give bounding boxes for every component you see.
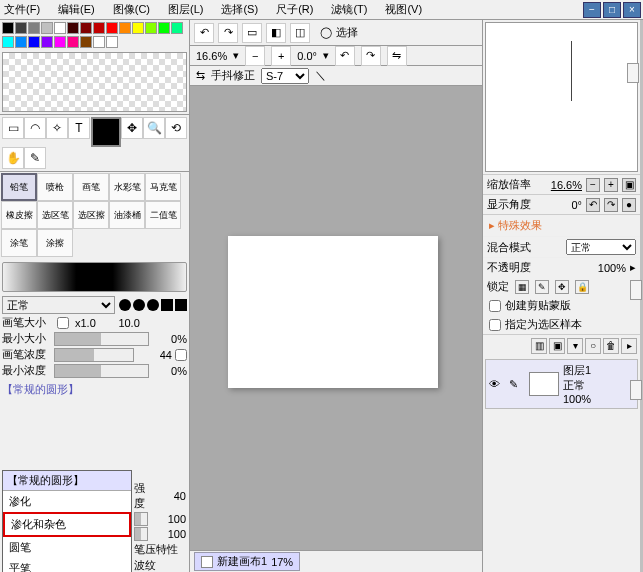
canvas-area[interactable] — [190, 86, 482, 566]
merge-icon[interactable]: ▾ — [567, 338, 583, 354]
lock-move-icon[interactable]: ✥ — [555, 280, 569, 294]
new-layer-icon[interactable]: ▥ — [531, 338, 547, 354]
swatch[interactable] — [2, 22, 14, 34]
lock-all-icon[interactable]: 🔒 — [575, 280, 589, 294]
tool-text[interactable]: T — [68, 117, 90, 139]
swatch[interactable] — [93, 22, 105, 34]
menu-image[interactable]: 图像(C) — [113, 2, 150, 17]
brush-size-value[interactable]: 10.0 — [104, 317, 140, 329]
nav-rot-reset[interactable]: ● — [622, 198, 636, 212]
swatch[interactable] — [41, 36, 53, 48]
swatch[interactable] — [54, 22, 66, 34]
swatch[interactable] — [41, 22, 53, 34]
pen-icon[interactable]: ✎ — [509, 378, 525, 390]
brush-shape-blur-noise[interactable]: 渗化和杂色 — [3, 512, 131, 537]
stabilizer-select[interactable]: S-7 — [261, 68, 309, 84]
redo-icon[interactable]: ↷ — [218, 23, 238, 43]
nav-zoom-in[interactable]: + — [604, 178, 618, 192]
swatch[interactable] — [119, 22, 131, 34]
min-size-slider[interactable] — [54, 332, 149, 346]
brush-10[interactable]: 涂笔 — [1, 229, 37, 257]
brush-3[interactable]: 水彩笔 — [109, 173, 145, 201]
fx-section[interactable]: 特殊效果 — [483, 214, 640, 236]
menu-layer[interactable]: 图层(L) — [168, 2, 203, 17]
maximize-button[interactable]: □ — [603, 2, 621, 18]
swatch[interactable] — [145, 22, 157, 34]
swatch[interactable] — [93, 36, 105, 48]
extra-slider-1[interactable] — [134, 512, 148, 526]
tool-wand[interactable]: ✧ — [46, 117, 68, 139]
brush-shape-dot1[interactable] — [119, 299, 131, 311]
tool-rotate[interactable]: ⟲ — [165, 117, 187, 139]
desel-icon[interactable]: ▭ — [242, 23, 262, 43]
swatch[interactable] — [106, 36, 118, 48]
layer-row[interactable]: 👁 ✎ 图层1 正常 100% — [485, 359, 638, 409]
brush-11[interactable]: 涂擦 — [37, 229, 73, 257]
zoom-value[interactable]: 16.6% — [196, 50, 227, 62]
showsel-icon[interactable]: ◫ — [290, 23, 310, 43]
rotate-ccw-icon[interactable]: ↶ — [335, 46, 355, 66]
brush-shape-round[interactable]: 圆笔 — [3, 537, 131, 558]
menu-filter[interactable]: 滤镜(T) — [331, 2, 367, 17]
tool-zoom[interactable]: 🔍 — [143, 117, 165, 139]
brush-5[interactable]: 橡皮擦 — [1, 201, 37, 229]
invert-icon[interactable]: ◧ — [266, 23, 286, 43]
line-tool-icon[interactable]: ＼ — [315, 68, 326, 83]
clear-icon[interactable]: ○ — [585, 338, 601, 354]
zoom-out-icon[interactable]: − — [245, 46, 265, 66]
brush-shape-blur[interactable]: 渗化 — [3, 491, 131, 512]
extra-slider-2[interactable] — [134, 527, 148, 541]
swatch[interactable] — [2, 36, 14, 48]
foreground-color[interactable] — [91, 117, 121, 147]
min-density-slider[interactable] — [54, 364, 149, 378]
swatch[interactable] — [67, 22, 79, 34]
nav-rot-cw[interactable]: ↷ — [604, 198, 618, 212]
brush-shape-dropdown[interactable]: 【常规的圆形】 — [2, 382, 79, 397]
brush-shape-sq2[interactable] — [175, 299, 187, 311]
swatch[interactable] — [15, 36, 27, 48]
new-folder-icon[interactable]: ▣ — [549, 338, 565, 354]
brush-shape-flat[interactable]: 平笔 — [3, 558, 131, 572]
brush-9[interactable]: 二值笔 — [145, 201, 181, 229]
close-button[interactable]: × — [623, 2, 641, 18]
swatch[interactable] — [67, 36, 79, 48]
brush-2[interactable]: 画笔 — [73, 173, 109, 201]
menu-view[interactable]: 视图(V) — [385, 2, 422, 17]
swatch[interactable] — [106, 22, 118, 34]
flip-icon[interactable]: ⇋ — [387, 46, 407, 66]
swatch[interactable] — [54, 36, 66, 48]
scratchpad[interactable] — [2, 52, 187, 112]
lock-paint-icon[interactable]: ✎ — [535, 280, 549, 294]
layer-blend-select[interactable]: 正常 — [566, 239, 636, 255]
eye-icon[interactable]: 👁 — [489, 378, 505, 390]
lock-pixels-icon[interactable]: ▦ — [515, 280, 529, 294]
brush-shape-dot2[interactable] — [133, 299, 145, 311]
brush-shape-sq1[interactable] — [161, 299, 173, 311]
swatch[interactable] — [28, 22, 40, 34]
undo-icon[interactable]: ↶ — [194, 23, 214, 43]
panel-handle-2[interactable] — [630, 280, 642, 300]
swatch[interactable] — [15, 22, 27, 34]
swatch[interactable] — [80, 36, 92, 48]
nav-zoom-fit[interactable]: ▣ — [622, 178, 636, 192]
pressure-label[interactable]: 笔压特性 — [134, 542, 178, 557]
brush-4[interactable]: 马克笔 — [145, 173, 181, 201]
nav-zoom-out[interactable]: − — [586, 178, 600, 192]
brush-7[interactable]: 选区擦 — [73, 201, 109, 229]
menu-edit[interactable]: 编辑(E) — [58, 2, 95, 17]
brush-0[interactable]: 铅笔 — [1, 173, 37, 201]
swatch[interactable] — [80, 22, 92, 34]
zoom-in-icon[interactable]: + — [271, 46, 291, 66]
rotate-cw-icon[interactable]: ↷ — [361, 46, 381, 66]
tool-lasso[interactable]: ◠ — [24, 117, 46, 139]
swatch[interactable] — [171, 22, 183, 34]
tool-hand[interactable]: ✋ — [2, 147, 24, 169]
delete-layer-icon[interactable]: 🗑 — [603, 338, 619, 354]
tool-move[interactable]: ✥ — [121, 117, 143, 139]
menu-select[interactable]: 选择(S) — [221, 2, 258, 17]
swatch[interactable] — [158, 22, 170, 34]
panel-handle-3[interactable] — [630, 380, 642, 400]
tool-marquee[interactable]: ▭ — [2, 117, 24, 139]
rotation-value[interactable]: 0.0° — [297, 50, 317, 62]
canvas[interactable] — [228, 236, 438, 388]
